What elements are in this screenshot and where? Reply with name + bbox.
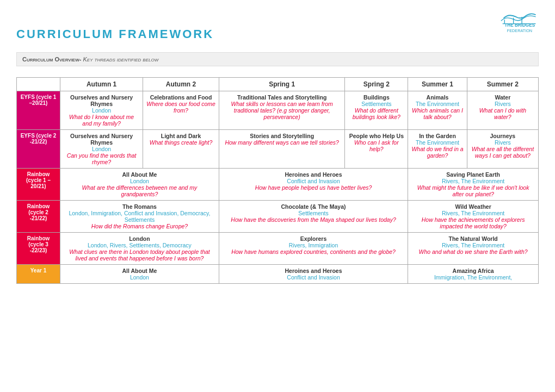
cell-year1-group3: Amazing Africa Immigration, The Environm…	[408, 265, 539, 284]
question: What are the differences between me and …	[64, 184, 215, 197]
cell-eyfs1-summer1: Animals The Environment Which animals ca…	[408, 91, 467, 130]
question: How did the Romans change Europe?	[64, 223, 215, 229]
topic: The Natural World	[411, 235, 535, 242]
topic: Journeys	[471, 133, 535, 139]
topic: Heroines and Heroes	[223, 267, 404, 274]
question: What skills or lessons can we learn from…	[223, 101, 342, 120]
place: Settlements	[348, 101, 404, 107]
place: Rivers, Immigration	[223, 242, 404, 248]
topic: Ourselves and Nursery Rhymes	[64, 94, 139, 107]
topic: Celebrations and Food	[146, 94, 215, 101]
question: What can I do with water?	[471, 107, 535, 120]
place: Rivers	[471, 101, 535, 107]
cell-eyfs1-autumn2: Celebrations and Food Where does our foo…	[143, 91, 219, 130]
place: Rivers, The Environment	[411, 210, 535, 216]
row-label-rainbow3: Rainbow (cycle 3 -22/23)	[17, 233, 60, 265]
cell-rainbow2-group2: Chocolate (& The Maya) Settlements How h…	[219, 201, 408, 233]
cell-year1-group1: All About Me London	[60, 265, 219, 284]
place: Rivers, The Environment	[411, 178, 535, 184]
topic: Chocolate (& The Maya)	[223, 203, 404, 210]
topic: People who Help Us	[348, 133, 404, 139]
cell-rainbow3-group1: London London, Rivers, Settlements, Demo…	[60, 233, 219, 265]
topic: Ourselves and Nursery Rhymes	[64, 133, 139, 146]
table-row: Rainbow (cycle 1 –20/21) All About Me Lo…	[17, 169, 539, 201]
cell-rainbow1-group3: Saving Planet Earth Rivers, The Environm…	[408, 169, 539, 201]
place: Settlements	[223, 210, 404, 216]
topic: Buildings	[348, 94, 404, 101]
topic: The Romans	[64, 203, 215, 210]
question: What clues are there in London today abo…	[64, 248, 215, 262]
topic: Wild Weather	[411, 203, 535, 210]
cell-eyfs1-autumn1: Ourselves and Nursery Rhymes London What…	[60, 91, 143, 130]
place: London, Rivers, Settlements, Democracy	[64, 242, 215, 248]
question: Can you find the words that rhyme?	[64, 152, 139, 165]
place: Conflict and Invasion	[223, 274, 404, 281]
col-header-autumn1: Autumn 1	[60, 78, 143, 91]
topic: All About Me	[64, 171, 215, 178]
question: How have the discoveries from the Maya s…	[223, 216, 404, 223]
logo-area: THE BRIDGES FEDERATION	[473, 11, 539, 40]
logo-icon: THE BRIDGES FEDERATION	[473, 11, 539, 38]
place: The Environment	[411, 101, 464, 107]
col-header-spring1: Spring 1	[219, 78, 345, 91]
table-row: Rainbow (cycle 3 -22/23) London London, …	[17, 233, 539, 265]
table-row: Year 1 All About Me London Heroines and …	[17, 265, 539, 284]
question: What might the future be like if we don'…	[411, 184, 535, 197]
col-header-spring2: Spring 2	[345, 78, 408, 91]
subtitle-detail: Key threads identified below	[83, 56, 158, 63]
question: What do I know about me and my family?	[64, 114, 139, 127]
cell-eyfs1-summer2: Water Rivers What can I do with water?	[467, 91, 538, 130]
place: Conflict and Invasion	[223, 178, 404, 184]
subtitle-bar: Curriculum Overview- Key threads identif…	[16, 52, 539, 66]
question: What do different buildings look like?	[348, 107, 404, 120]
cell-eyfs2-summer2: Journeys Rivers What are all the differe…	[467, 130, 538, 169]
question: Who and what do we share the Earth with?	[411, 248, 535, 255]
cell-rainbow1-group1: All About Me London What are the differe…	[60, 169, 219, 201]
row-label-rainbow2: Rainbow (cycle 2 -21/22)	[17, 201, 60, 233]
place: The Environment	[411, 139, 464, 146]
cell-rainbow1-group2: Heroines and Heroes Conflict and Invasio…	[219, 169, 408, 201]
topic: Heroines and Heroes	[223, 171, 404, 178]
row-label-rainbow1: Rainbow (cycle 1 –20/21)	[17, 169, 60, 201]
header-row: Autumn 1 Autumn 2 Spring 1 Spring 2 Summ…	[17, 78, 539, 91]
topic: Light and Dark	[146, 133, 215, 139]
col-header-autumn2: Autumn 2	[143, 78, 219, 91]
cell-year1-group2: Heroines and Heroes Conflict and Invasio…	[219, 265, 408, 284]
topic: Stories and Storytelling	[223, 133, 342, 139]
header: CURRICULUM FRAMEWORK THE BRIDGES FEDERAT…	[16, 11, 539, 41]
topic: Traditional Tales and Storytelling	[223, 94, 342, 101]
col-header-summer1: Summer 1	[408, 78, 467, 91]
topic: Animals	[411, 94, 464, 101]
question: Where does our food come from?	[146, 101, 215, 114]
place: London	[64, 274, 215, 281]
question: What things create light?	[146, 139, 215, 146]
subtitle-label: Curriculum Overview-	[22, 56, 81, 63]
place: Rivers	[471, 139, 535, 146]
col-header-empty	[17, 78, 60, 91]
cell-eyfs2-summer1: In the Garden The Environment What do we…	[408, 130, 467, 169]
page-title: CURRICULUM FRAMEWORK	[16, 27, 214, 41]
question: What are all the different ways I can ge…	[471, 146, 535, 159]
col-header-summer2: Summer 2	[467, 78, 538, 91]
place: Immigration, The Environment,	[411, 274, 535, 281]
cell-eyfs2-spring2: People who Help Us Who can I ask for hel…	[345, 130, 408, 169]
question: How many different ways can we tell stor…	[223, 139, 342, 146]
cell-eyfs2-autumn2: Light and Dark What things create light?	[143, 130, 219, 169]
cell-rainbow3-group2: Explorers Rivers, Immigration How have h…	[219, 233, 408, 265]
question: Which animals can I talk about?	[411, 107, 464, 120]
topic: Saving Planet Earth	[411, 171, 535, 178]
question: Who can I ask for help?	[348, 139, 404, 152]
topic: Explorers	[223, 235, 404, 242]
cell-eyfs1-spring2: Buildings Settlements What do different …	[345, 91, 408, 130]
place: London, Immigration, Conflict and Invasi…	[64, 210, 215, 223]
question: How have the achievements of explorers i…	[411, 216, 535, 229]
row-label-eyfs1: EYFS (cycle 1 –20/21)	[17, 91, 60, 130]
cell-rainbow2-group1: The Romans London, Immigration, Conflict…	[60, 201, 219, 233]
place: London	[64, 107, 139, 114]
place: London	[64, 178, 215, 184]
curriculum-table: Autumn 1 Autumn 2 Spring 1 Spring 2 Summ…	[16, 77, 539, 284]
place: Rivers, The Environment	[411, 242, 535, 248]
topic: All About Me	[64, 267, 215, 274]
cell-eyfs2-autumn1: Ourselves and Nursery Rhymes London Can …	[60, 130, 143, 169]
cell-rainbow3-group3: The Natural World Rivers, The Environmen…	[408, 233, 539, 265]
